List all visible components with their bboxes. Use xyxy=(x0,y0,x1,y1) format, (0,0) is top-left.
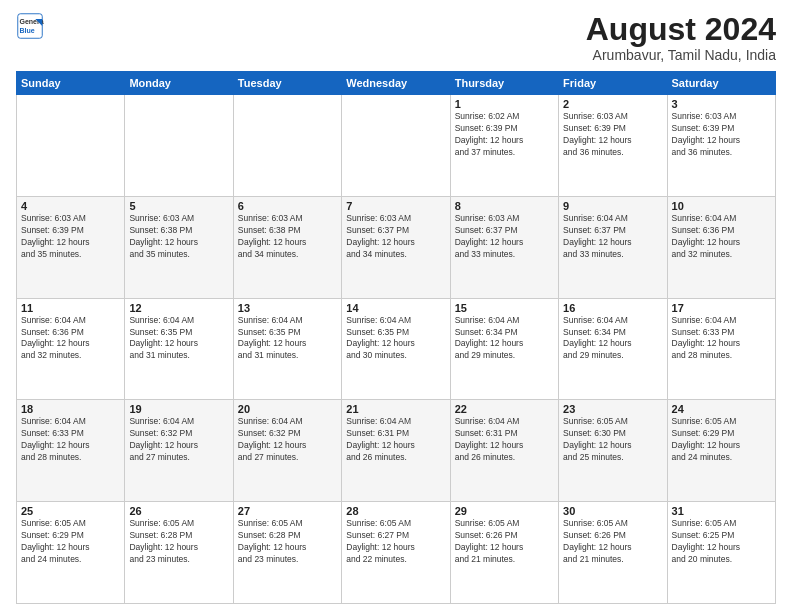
calendar-cell-w1-d6: 10Sunrise: 6:04 AM Sunset: 6:36 PM Dayli… xyxy=(667,196,775,298)
calendar-cell-w2-d1: 12Sunrise: 6:04 AM Sunset: 6:35 PM Dayli… xyxy=(125,298,233,400)
day-info: Sunrise: 6:05 AM Sunset: 6:30 PM Dayligh… xyxy=(563,416,662,464)
calendar-cell-w2-d0: 11Sunrise: 6:04 AM Sunset: 6:36 PM Dayli… xyxy=(17,298,125,400)
calendar-cell-w2-d6: 17Sunrise: 6:04 AM Sunset: 6:33 PM Dayli… xyxy=(667,298,775,400)
day-number: 11 xyxy=(21,302,120,314)
day-number: 25 xyxy=(21,505,120,517)
calendar-header-row: Sunday Monday Tuesday Wednesday Thursday… xyxy=(17,72,776,95)
calendar-cell-w1-d5: 9Sunrise: 6:04 AM Sunset: 6:37 PM Daylig… xyxy=(559,196,667,298)
calendar-cell-w1-d1: 5Sunrise: 6:03 AM Sunset: 6:38 PM Daylig… xyxy=(125,196,233,298)
day-info: Sunrise: 6:03 AM Sunset: 6:37 PM Dayligh… xyxy=(346,213,445,261)
calendar-cell-w4-d2: 27Sunrise: 6:05 AM Sunset: 6:28 PM Dayli… xyxy=(233,502,341,604)
day-info: Sunrise: 6:05 AM Sunset: 6:25 PM Dayligh… xyxy=(672,518,771,566)
calendar-cell-w4-d3: 28Sunrise: 6:05 AM Sunset: 6:27 PM Dayli… xyxy=(342,502,450,604)
day-number: 6 xyxy=(238,200,337,212)
day-info: Sunrise: 6:04 AM Sunset: 6:31 PM Dayligh… xyxy=(455,416,554,464)
week-row-1: 4Sunrise: 6:03 AM Sunset: 6:39 PM Daylig… xyxy=(17,196,776,298)
calendar-cell-w2-d5: 16Sunrise: 6:04 AM Sunset: 6:34 PM Dayli… xyxy=(559,298,667,400)
day-number: 8 xyxy=(455,200,554,212)
calendar-cell-w3-d4: 22Sunrise: 6:04 AM Sunset: 6:31 PM Dayli… xyxy=(450,400,558,502)
day-number: 22 xyxy=(455,403,554,415)
day-info: Sunrise: 6:05 AM Sunset: 6:29 PM Dayligh… xyxy=(21,518,120,566)
day-info: Sunrise: 6:03 AM Sunset: 6:39 PM Dayligh… xyxy=(21,213,120,261)
day-info: Sunrise: 6:04 AM Sunset: 6:36 PM Dayligh… xyxy=(21,315,120,363)
day-info: Sunrise: 6:05 AM Sunset: 6:26 PM Dayligh… xyxy=(455,518,554,566)
day-info: Sunrise: 6:04 AM Sunset: 6:34 PM Dayligh… xyxy=(563,315,662,363)
calendar-cell-w0-d1 xyxy=(125,95,233,197)
calendar-cell-w3-d3: 21Sunrise: 6:04 AM Sunset: 6:31 PM Dayli… xyxy=(342,400,450,502)
logo: General Blue xyxy=(16,12,44,40)
day-info: Sunrise: 6:05 AM Sunset: 6:26 PM Dayligh… xyxy=(563,518,662,566)
calendar-cell-w3-d1: 19Sunrise: 6:04 AM Sunset: 6:32 PM Dayli… xyxy=(125,400,233,502)
calendar-cell-w3-d6: 24Sunrise: 6:05 AM Sunset: 6:29 PM Dayli… xyxy=(667,400,775,502)
col-tuesday: Tuesday xyxy=(233,72,341,95)
day-info: Sunrise: 6:05 AM Sunset: 6:29 PM Dayligh… xyxy=(672,416,771,464)
day-info: Sunrise: 6:04 AM Sunset: 6:37 PM Dayligh… xyxy=(563,213,662,261)
calendar-cell-w0-d6: 3Sunrise: 6:03 AM Sunset: 6:39 PM Daylig… xyxy=(667,95,775,197)
day-info: Sunrise: 6:05 AM Sunset: 6:28 PM Dayligh… xyxy=(238,518,337,566)
day-number: 19 xyxy=(129,403,228,415)
col-friday: Friday xyxy=(559,72,667,95)
day-number: 30 xyxy=(563,505,662,517)
day-number: 10 xyxy=(672,200,771,212)
day-number: 2 xyxy=(563,98,662,110)
page: General Blue August 2024 Arumbavur, Tami… xyxy=(0,0,792,612)
calendar-cell-w3-d0: 18Sunrise: 6:04 AM Sunset: 6:33 PM Dayli… xyxy=(17,400,125,502)
day-info: Sunrise: 6:04 AM Sunset: 6:35 PM Dayligh… xyxy=(238,315,337,363)
day-info: Sunrise: 6:04 AM Sunset: 6:32 PM Dayligh… xyxy=(238,416,337,464)
day-info: Sunrise: 6:03 AM Sunset: 6:39 PM Dayligh… xyxy=(563,111,662,159)
col-saturday: Saturday xyxy=(667,72,775,95)
day-info: Sunrise: 6:03 AM Sunset: 6:38 PM Dayligh… xyxy=(238,213,337,261)
day-info: Sunrise: 6:02 AM Sunset: 6:39 PM Dayligh… xyxy=(455,111,554,159)
title-block: August 2024 Arumbavur, Tamil Nadu, India xyxy=(586,12,776,63)
calendar-cell-w0-d4: 1Sunrise: 6:02 AM Sunset: 6:39 PM Daylig… xyxy=(450,95,558,197)
day-number: 28 xyxy=(346,505,445,517)
day-number: 4 xyxy=(21,200,120,212)
day-info: Sunrise: 6:04 AM Sunset: 6:34 PM Dayligh… xyxy=(455,315,554,363)
week-row-0: 1Sunrise: 6:02 AM Sunset: 6:39 PM Daylig… xyxy=(17,95,776,197)
calendar-cell-w3-d5: 23Sunrise: 6:05 AM Sunset: 6:30 PM Dayli… xyxy=(559,400,667,502)
svg-text:Blue: Blue xyxy=(20,27,35,34)
day-number: 15 xyxy=(455,302,554,314)
calendar-cell-w0-d3 xyxy=(342,95,450,197)
col-thursday: Thursday xyxy=(450,72,558,95)
calendar-cell-w3-d2: 20Sunrise: 6:04 AM Sunset: 6:32 PM Dayli… xyxy=(233,400,341,502)
day-info: Sunrise: 6:04 AM Sunset: 6:33 PM Dayligh… xyxy=(672,315,771,363)
day-info: Sunrise: 6:04 AM Sunset: 6:32 PM Dayligh… xyxy=(129,416,228,464)
col-wednesday: Wednesday xyxy=(342,72,450,95)
calendar-cell-w2-d4: 15Sunrise: 6:04 AM Sunset: 6:34 PM Dayli… xyxy=(450,298,558,400)
calendar-table: Sunday Monday Tuesday Wednesday Thursday… xyxy=(16,71,776,604)
calendar-cell-w4-d6: 31Sunrise: 6:05 AM Sunset: 6:25 PM Dayli… xyxy=(667,502,775,604)
day-number: 5 xyxy=(129,200,228,212)
title-location: Arumbavur, Tamil Nadu, India xyxy=(586,47,776,63)
calendar-cell-w4-d1: 26Sunrise: 6:05 AM Sunset: 6:28 PM Dayli… xyxy=(125,502,233,604)
calendar-cell-w1-d3: 7Sunrise: 6:03 AM Sunset: 6:37 PM Daylig… xyxy=(342,196,450,298)
day-number: 29 xyxy=(455,505,554,517)
day-info: Sunrise: 6:03 AM Sunset: 6:37 PM Dayligh… xyxy=(455,213,554,261)
day-number: 14 xyxy=(346,302,445,314)
calendar-cell-w0-d5: 2Sunrise: 6:03 AM Sunset: 6:39 PM Daylig… xyxy=(559,95,667,197)
col-sunday: Sunday xyxy=(17,72,125,95)
logo-icon: General Blue xyxy=(16,12,44,40)
calendar-cell-w2-d2: 13Sunrise: 6:04 AM Sunset: 6:35 PM Dayli… xyxy=(233,298,341,400)
day-info: Sunrise: 6:04 AM Sunset: 6:35 PM Dayligh… xyxy=(346,315,445,363)
day-number: 9 xyxy=(563,200,662,212)
day-info: Sunrise: 6:04 AM Sunset: 6:31 PM Dayligh… xyxy=(346,416,445,464)
calendar-cell-w4-d0: 25Sunrise: 6:05 AM Sunset: 6:29 PM Dayli… xyxy=(17,502,125,604)
week-row-3: 18Sunrise: 6:04 AM Sunset: 6:33 PM Dayli… xyxy=(17,400,776,502)
day-number: 12 xyxy=(129,302,228,314)
day-info: Sunrise: 6:04 AM Sunset: 6:35 PM Dayligh… xyxy=(129,315,228,363)
calendar-cell-w1-d0: 4Sunrise: 6:03 AM Sunset: 6:39 PM Daylig… xyxy=(17,196,125,298)
day-info: Sunrise: 6:04 AM Sunset: 6:36 PM Dayligh… xyxy=(672,213,771,261)
day-number: 3 xyxy=(672,98,771,110)
calendar-cell-w4-d4: 29Sunrise: 6:05 AM Sunset: 6:26 PM Dayli… xyxy=(450,502,558,604)
calendar-cell-w0-d2 xyxy=(233,95,341,197)
day-info: Sunrise: 6:03 AM Sunset: 6:38 PM Dayligh… xyxy=(129,213,228,261)
day-number: 24 xyxy=(672,403,771,415)
week-row-2: 11Sunrise: 6:04 AM Sunset: 6:36 PM Dayli… xyxy=(17,298,776,400)
calendar-cell-w4-d5: 30Sunrise: 6:05 AM Sunset: 6:26 PM Dayli… xyxy=(559,502,667,604)
title-month: August 2024 xyxy=(586,12,776,47)
col-monday: Monday xyxy=(125,72,233,95)
day-number: 17 xyxy=(672,302,771,314)
day-number: 27 xyxy=(238,505,337,517)
day-number: 18 xyxy=(21,403,120,415)
